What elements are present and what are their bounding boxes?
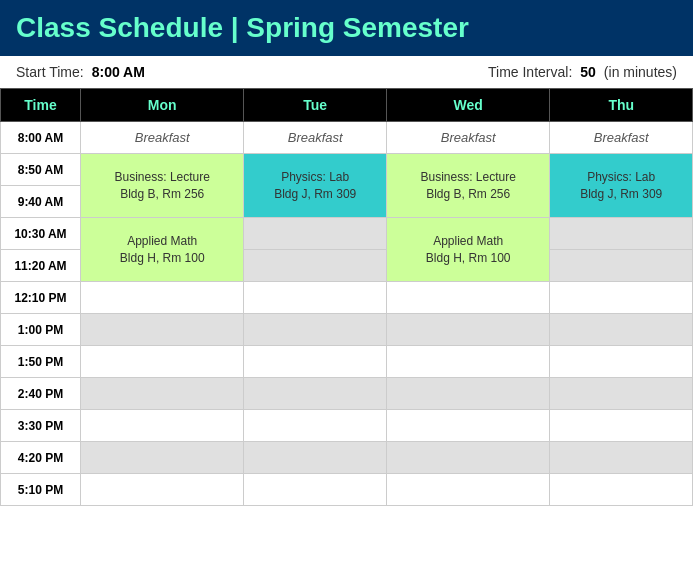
- time-cell: 1:00 PM: [1, 314, 81, 346]
- empty-cell: [244, 282, 387, 314]
- empty-cell: [81, 442, 244, 474]
- table-row: 5:10 PM: [1, 474, 693, 506]
- time-cell: 8:50 AM: [1, 154, 81, 186]
- empty-cell: [244, 250, 387, 282]
- class-physics-tue: Physics: Lab Bldg J, Rm 309: [244, 154, 387, 218]
- interval-label: Time Interval:: [488, 64, 572, 80]
- time-cell: 8:00 AM: [1, 122, 81, 154]
- empty-cell: [244, 314, 387, 346]
- empty-cell: [244, 474, 387, 506]
- breakfast-thu: Breakfast: [550, 122, 693, 154]
- empty-cell: [550, 378, 693, 410]
- breakfast-wed: Breakfast: [386, 122, 549, 154]
- empty-cell: [81, 282, 244, 314]
- time-cell: 10:30 AM: [1, 218, 81, 250]
- empty-cell: [550, 282, 693, 314]
- class-location: Bldg B, Rm 256: [426, 187, 510, 201]
- interval-unit: (in minutes): [604, 64, 677, 80]
- time-cell: 5:10 PM: [1, 474, 81, 506]
- class-physics-thu: Physics: Lab Bldg J, Rm 309: [550, 154, 693, 218]
- empty-cell: [81, 410, 244, 442]
- empty-cell: [550, 314, 693, 346]
- time-cell: 11:20 AM: [1, 250, 81, 282]
- table-row: 8:50 AM Business: Lecture Bldg B, Rm 256…: [1, 154, 693, 186]
- col-mon: Mon: [81, 89, 244, 122]
- table-row: 1:50 PM: [1, 346, 693, 378]
- empty-cell: [81, 474, 244, 506]
- empty-cell: [244, 346, 387, 378]
- empty-cell: [550, 218, 693, 250]
- class-math-wed: Applied Math Bldg H, Rm 100: [386, 218, 549, 282]
- class-name: Business: Lecture: [115, 170, 210, 184]
- col-thu: Thu: [550, 89, 693, 122]
- empty-cell: [81, 314, 244, 346]
- empty-cell: [550, 250, 693, 282]
- empty-cell: [81, 378, 244, 410]
- empty-cell: [550, 442, 693, 474]
- class-location: Bldg H, Rm 100: [120, 251, 205, 265]
- schedule-table: Time Mon Tue Wed Thu 8:00 AM Breakfast B…: [0, 88, 693, 506]
- table-row: 1:00 PM: [1, 314, 693, 346]
- class-name: Business: Lecture: [421, 170, 516, 184]
- start-time-label: Start Time:: [16, 64, 84, 80]
- class-location: Bldg J, Rm 309: [580, 187, 662, 201]
- empty-cell: [386, 442, 549, 474]
- col-tue: Tue: [244, 89, 387, 122]
- class-business-mon: Business: Lecture Bldg B, Rm 256: [81, 154, 244, 218]
- class-name: Applied Math: [433, 234, 503, 248]
- empty-cell: [244, 378, 387, 410]
- start-time-value: 8:00 AM: [92, 64, 145, 80]
- time-cell: 9:40 AM: [1, 186, 81, 218]
- class-name: Physics: Lab: [281, 170, 349, 184]
- empty-cell: [550, 474, 693, 506]
- header: Class Schedule | Spring Semester Start T…: [0, 0, 693, 88]
- time-cell: 1:50 PM: [1, 346, 81, 378]
- class-location: Bldg H, Rm 100: [426, 251, 511, 265]
- col-wed: Wed: [386, 89, 549, 122]
- empty-cell: [244, 442, 387, 474]
- col-time: Time: [1, 89, 81, 122]
- table-row: 8:00 AM Breakfast Breakfast Breakfast Br…: [1, 122, 693, 154]
- table-row: 4:20 PM: [1, 442, 693, 474]
- empty-cell: [386, 378, 549, 410]
- empty-cell: [386, 314, 549, 346]
- empty-cell: [81, 346, 244, 378]
- time-cell: 2:40 PM: [1, 378, 81, 410]
- empty-cell: [244, 218, 387, 250]
- table-row: 3:30 PM: [1, 410, 693, 442]
- time-cell: 3:30 PM: [1, 410, 81, 442]
- table-row: 2:40 PM: [1, 378, 693, 410]
- class-location: Bldg J, Rm 309: [274, 187, 356, 201]
- empty-cell: [550, 410, 693, 442]
- time-cell: 12:10 PM: [1, 282, 81, 314]
- class-math-mon: Applied Math Bldg H, Rm 100: [81, 218, 244, 282]
- empty-cell: [386, 282, 549, 314]
- class-location: Bldg B, Rm 256: [120, 187, 204, 201]
- page-title: Class Schedule | Spring Semester: [16, 12, 469, 43]
- breakfast-tue: Breakfast: [244, 122, 387, 154]
- empty-cell: [550, 346, 693, 378]
- empty-cell: [386, 410, 549, 442]
- time-cell: 4:20 PM: [1, 442, 81, 474]
- empty-cell: [244, 410, 387, 442]
- breakfast-mon: Breakfast: [81, 122, 244, 154]
- empty-cell: [386, 474, 549, 506]
- class-name: Physics: Lab: [587, 170, 655, 184]
- class-business-wed: Business: Lecture Bldg B, Rm 256: [386, 154, 549, 218]
- class-name: Applied Math: [127, 234, 197, 248]
- table-row: 10:30 AM Applied Math Bldg H, Rm 100 App…: [1, 218, 693, 250]
- interval-value: 50: [580, 64, 596, 80]
- empty-cell: [386, 346, 549, 378]
- table-row: 12:10 PM: [1, 282, 693, 314]
